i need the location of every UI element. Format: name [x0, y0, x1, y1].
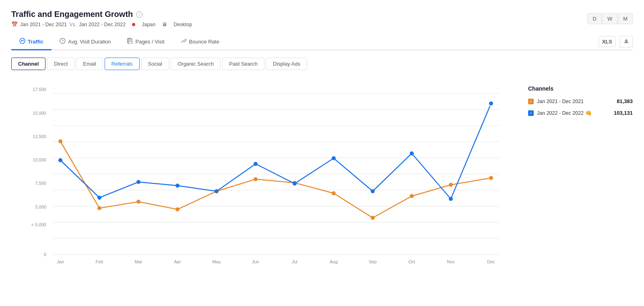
legend-area: Channels ✓ Jan 2021 - Dec 2021 81,383 ✓ … — [528, 77, 633, 272]
blue-dot-aug — [332, 156, 336, 160]
download-button[interactable] — [620, 36, 633, 48]
chart-area: 17,500 15,000 12,500 10,000 7,500 5,000 … — [11, 77, 520, 272]
y-label-12500: 12,500 — [33, 134, 46, 139]
channel-tab-channel[interactable]: Channel — [11, 58, 45, 70]
orange-dot-oct — [410, 194, 414, 198]
x-label-jul: Jul — [292, 259, 297, 264]
desktop-icon: 🖥 — [162, 21, 167, 27]
vs-label: Vs. — [69, 22, 76, 27]
channel-tab-display-ads[interactable]: Display Ads — [266, 58, 307, 70]
download-icon — [623, 38, 629, 44]
legend-title: Channels — [528, 85, 633, 92]
y-label-17500: 17,500 — [33, 87, 46, 92]
x-label-jan: Jan — [57, 259, 64, 264]
legend-label-orange: Jan 2021 - Dec 2021 — [537, 99, 584, 104]
y-label-10000: 10,000 — [33, 157, 46, 162]
blue-dot-jul — [293, 182, 297, 186]
channel-tab-referrals[interactable]: Referrals — [105, 58, 140, 70]
info-icon[interactable]: i — [136, 11, 142, 18]
x-label-mar: Mar — [135, 259, 142, 264]
orange-dot-jan — [58, 139, 62, 143]
date-range-2: Jan 2022 - Dec 2022 — [79, 22, 126, 27]
blue-dot-may — [215, 189, 219, 193]
x-label-jun: Jun — [252, 259, 259, 264]
avg-visit-icon — [60, 38, 66, 45]
excel-export-button[interactable]: XLS — [599, 36, 616, 47]
orange-dot-mar — [136, 200, 140, 204]
x-label-feb: Feb — [96, 259, 103, 264]
orange-dot-jun — [254, 177, 258, 181]
blue-dot-mar — [136, 180, 140, 184]
legend-item-orange: ✓ Jan 2021 - Dec 2021 81,383 — [528, 98, 633, 104]
orange-dot-aug — [332, 191, 336, 195]
x-label-dec: Dec — [487, 259, 495, 264]
blue-dot-sep — [371, 189, 375, 193]
orange-dot-sep — [371, 216, 375, 220]
tab-traffic-label: Traffic — [28, 39, 43, 45]
tab-pages-visit[interactable]: Pages / Visit — [119, 34, 172, 50]
blue-dot-oct — [410, 151, 414, 155]
period-d-button[interactable]: D — [587, 13, 601, 24]
legend-item-blue: ✓ Jan 2022 - Dec 2022 👊 103,131 — [528, 110, 633, 116]
calendar-icon: 📅 — [11, 21, 18, 27]
y-label-5000: 5,000 — [35, 205, 46, 209]
period-m-button[interactable]: M — [618, 13, 633, 24]
y-label-lt5000: < 5,000 — [31, 222, 46, 227]
legend-value-orange: 81,383 — [617, 98, 633, 104]
metric-tabs-row: Traffic Avg. Visit Duration Pages / Visi… — [11, 34, 633, 50]
legend-checkbox-blue[interactable]: ✓ — [528, 110, 534, 116]
page-title: Traffic and Engagement Growth — [11, 10, 133, 19]
x-label-sep: Sep — [369, 259, 377, 264]
channel-tab-social[interactable]: Social — [141, 58, 169, 70]
channel-tabs: Channel Direct Email Referrals Social Or… — [11, 50, 633, 74]
traffic-icon — [19, 38, 25, 45]
blue-dot-jan — [58, 158, 62, 162]
y-label-7500: 7,500 — [35, 181, 46, 186]
orange-dot-feb — [97, 206, 101, 210]
channel-tab-paid-search[interactable]: Paid Search — [222, 58, 264, 70]
channel-tab-email[interactable]: Email — [76, 58, 103, 70]
excel-icon: XLS — [602, 39, 612, 45]
x-label-apr: Apr — [174, 259, 181, 264]
legend-label-blue: Jan 2022 - Dec 2022 👊 — [537, 110, 592, 116]
orange-dot-nov — [449, 183, 453, 187]
bounce-icon — [181, 38, 187, 45]
legend-value-blue: 103,131 — [614, 110, 633, 116]
tab-pages-visit-label: Pages / Visit — [135, 39, 164, 45]
date-range-1: Jan 2021 - Dec 2021 — [20, 22, 67, 27]
blue-dot-jun — [254, 162, 258, 166]
channel-tab-direct[interactable]: Direct — [47, 58, 74, 70]
x-label-oct: Oct — [408, 259, 415, 264]
blue-dot-dec — [489, 101, 493, 106]
legend-checkbox-orange[interactable]: ✓ — [528, 99, 534, 104]
channel-tab-organic-search[interactable]: Organic Search — [171, 58, 221, 70]
blue-line — [60, 103, 491, 199]
orange-dot-dec — [489, 176, 493, 180]
tab-avg-visit-label: Avg. Visit Duration — [68, 39, 111, 45]
tab-bounce-rate[interactable]: Bounce Rate — [173, 34, 227, 50]
x-label-nov: Nov — [447, 259, 455, 264]
x-label-may: May — [213, 259, 221, 264]
orange-dot-apr — [175, 207, 180, 211]
blue-dot-feb — [97, 196, 101, 200]
x-label-aug: Aug — [330, 259, 338, 264]
tab-bounce-rate-label: Bounce Rate — [189, 39, 219, 45]
chart-section: 17,500 15,000 12,500 10,000 7,500 5,000 … — [11, 77, 633, 272]
period-buttons: D W M — [587, 13, 633, 24]
period-w-button[interactable]: W — [602, 13, 617, 24]
japan-dot — [132, 23, 135, 26]
y-label-15000: 15,000 — [33, 111, 46, 116]
y-label-0: 0 — [44, 252, 46, 257]
pages-icon — [127, 38, 133, 45]
tab-traffic[interactable]: Traffic — [11, 34, 52, 50]
blue-dot-nov — [449, 197, 453, 201]
tab-avg-visit[interactable]: Avg. Visit Duration — [52, 34, 119, 50]
blue-dot-apr — [175, 184, 180, 188]
country-label: Japan — [142, 22, 155, 27]
device-label: Desktop — [173, 22, 192, 27]
